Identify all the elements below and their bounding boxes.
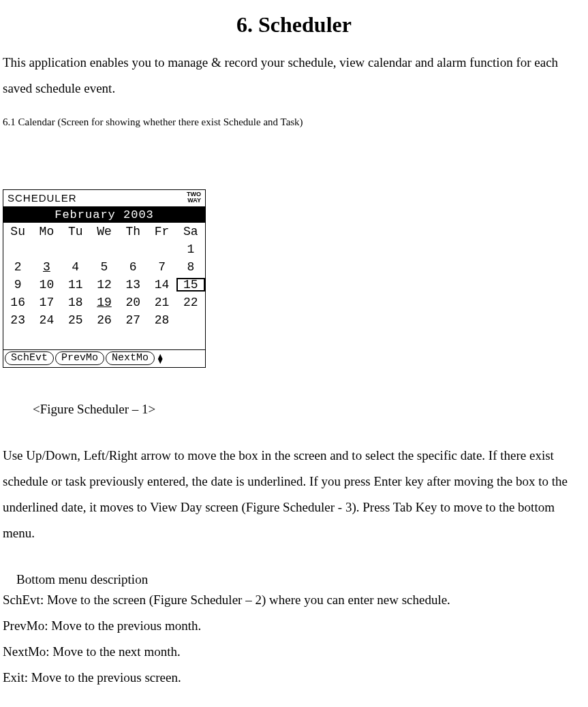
day-header: Mo [32,223,61,240]
day-header: Su [3,223,32,240]
day-header: Sa [176,223,205,240]
calendar-cell[interactable]: 12 [90,276,119,294]
calendar-cell[interactable] [61,240,90,258]
softkey-nextmo[interactable]: NextMo [106,351,155,365]
calendar-cell[interactable]: 6 [119,258,147,276]
bottom-menu-heading: Bottom menu description [16,572,585,587]
calendar-cell[interactable]: 5 [90,258,119,276]
calendar-cell[interactable]: 22 [176,294,205,311]
device-screenshot: SCHEDULER TWO WAY February 2003 Su Mo Tu… [3,189,206,368]
softkey-schevt[interactable]: SchEvt [5,351,54,365]
section-heading: 6.1 Calendar (Screen for showing whether… [3,116,585,128]
day-header: Fr [147,223,176,240]
figure-caption: <Figure Scheduler – 1> [33,402,585,417]
calendar-cell[interactable]: 10 [32,276,61,294]
calendar-cell[interactable]: 15 [176,276,205,294]
calendar-cell[interactable]: 3 [32,258,61,276]
calendar-cell[interactable]: 13 [119,276,147,294]
calendar-grid: Su Mo Tu We Th Fr Sa 1234567891011121314… [3,223,205,329]
bottom-menu-item: PrevMo: Move to the previous month. [3,613,585,639]
calendar-cell[interactable]: 11 [61,276,90,294]
calendar-cell[interactable]: 26 [90,311,119,329]
calendar-cell[interactable]: 25 [61,311,90,329]
month-label: February 2003 [3,207,205,223]
intro-paragraph: This application enables you to manage &… [3,50,585,101]
calendar-cell[interactable]: 14 [147,276,176,294]
device-bottombar: SchEvt PrevMo NextMo ⧫ [3,349,205,367]
calendar-cell[interactable] [90,240,119,258]
device-titlebar: SCHEDULER TWO WAY [3,190,205,207]
calendar-cell[interactable] [3,240,32,258]
calendar-cell[interactable]: 20 [119,294,147,311]
day-header: Th [119,223,147,240]
calendar-cell[interactable]: 18 [61,294,90,311]
calendar-cell[interactable]: 19 [90,294,119,311]
softkey-prevmo[interactable]: PrevMo [55,351,104,365]
calendar-cell[interactable]: 17 [32,294,61,311]
status-indicator: TWO WAY [187,191,201,204]
calendar-cell[interactable] [119,240,147,258]
calendar-cell[interactable]: 27 [119,311,147,329]
calendar-cell[interactable]: 2 [3,258,32,276]
calendar-cell[interactable] [147,240,176,258]
calendar-cell[interactable] [32,240,61,258]
calendar-cell[interactable]: 7 [147,258,176,276]
bottom-menu-item: NextMo: Move to the next month. [3,639,585,665]
calendar-cell[interactable]: 8 [176,258,205,276]
instructions: Use Up/Down, Left/Right arrow to move th… [3,443,585,546]
calendar-cell[interactable]: 16 [3,294,32,311]
calendar-cell[interactable]: 9 [3,276,32,294]
calendar-cell[interactable]: 28 [147,311,176,329]
more-icon[interactable]: ⧫ [157,353,163,364]
page-title: 6. Scheduler [0,12,588,37]
calendar-cell[interactable]: 21 [147,294,176,311]
app-title: SCHEDULER [7,192,77,204]
calendar-cell[interactable]: 4 [61,258,90,276]
calendar-cell[interactable]: 24 [32,311,61,329]
calendar-cell[interactable]: 23 [3,311,32,329]
day-header: Tu [61,223,90,240]
calendar-cell[interactable]: 1 [176,240,205,258]
bottom-menu-item: SchEvt: Move to the screen (Figure Sched… [3,587,585,613]
bottom-menu-list: SchEvt: Move to the screen (Figure Sched… [3,587,585,691]
bottom-menu-item: Exit: Move to the previous screen. [3,665,585,691]
day-header: We [90,223,119,240]
calendar-cell[interactable] [176,311,205,329]
